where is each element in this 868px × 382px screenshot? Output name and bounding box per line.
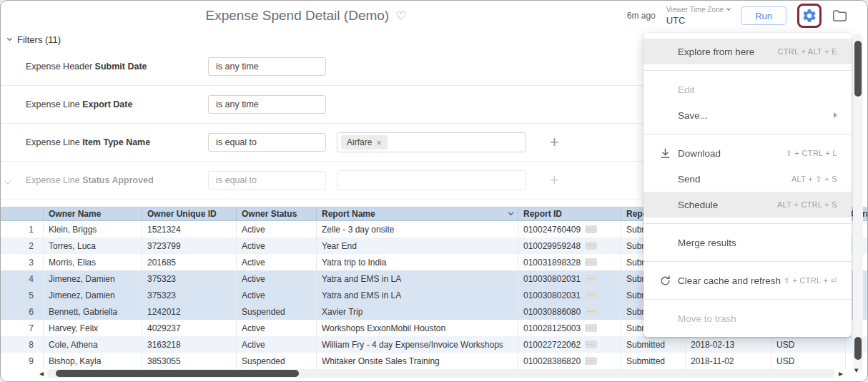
row-number: 9 xyxy=(1,353,44,369)
table-cell: Jimenez, Damien xyxy=(44,270,142,287)
cell-menu-pill[interactable]: ··· xyxy=(585,225,597,233)
filter-condition-select[interactable]: is any time xyxy=(208,57,326,76)
column-header-owner-status[interactable]: Owner Status xyxy=(237,207,317,220)
download-icon xyxy=(659,147,678,160)
folder-icon[interactable] xyxy=(832,9,847,22)
table-cell: 010030886080··· xyxy=(518,303,621,320)
menu-item-explore-from-here[interactable]: Explore from hereCTRL + ALT + E xyxy=(643,39,852,64)
cell-menu-pill[interactable]: ··· xyxy=(585,357,597,365)
filter-value-input[interactable] xyxy=(337,170,526,190)
table-cell: Active xyxy=(237,320,317,336)
menu-item-send[interactable]: SendALT + ⇧ + S xyxy=(643,166,852,192)
table-cell: Klein, Briggs xyxy=(44,221,142,237)
table-cell: 375323 xyxy=(142,287,237,303)
menu-item-download[interactable]: Download⇧ + CTRL + L xyxy=(643,140,852,166)
table-scroll-thumb[interactable] xyxy=(854,337,862,360)
table-cell: Active xyxy=(237,287,317,303)
menu-item-schedule[interactable]: ScheduleALT + CTRL + S xyxy=(643,192,852,217)
topbar: Expense Spend Detail (Demo) ♡ 6m ago Vie… xyxy=(1,1,867,31)
vertical-scrollbar[interactable]: ▾ xyxy=(853,34,863,373)
row-number: 3 xyxy=(1,254,44,270)
topbar-actions: 6m ago Viewer Time Zone UTC Run xyxy=(627,1,847,31)
cell-menu-pill[interactable]: ··· xyxy=(585,308,597,315)
table-cell: 3163218 xyxy=(142,336,237,353)
scroll-left-arrow-icon[interactable]: ◂ xyxy=(39,369,44,378)
table-row[interactable]: 8Cole, Athena3163218ActiveWilliam Fry - … xyxy=(1,336,868,353)
table-cell: Suspended xyxy=(237,303,317,320)
filter-value-input[interactable]: Airfare× xyxy=(337,132,526,152)
menu-item-label: Edit xyxy=(678,84,837,95)
table-cell: 010024760409··· xyxy=(518,221,621,237)
table-cell: Yatra trip to India xyxy=(317,254,518,270)
table-cell: 375323 xyxy=(142,270,237,287)
table-cell: Yatra and EMS in LA xyxy=(317,287,518,303)
row-number: 2 xyxy=(1,237,44,254)
table-cell: 3723799 xyxy=(142,237,237,254)
triangle-down-icon xyxy=(7,36,12,41)
table-cell: Xavier Trip xyxy=(317,303,518,320)
menu-item-label: Send xyxy=(678,174,791,185)
row-number: 1 xyxy=(1,221,44,237)
table-cell: Cole, Athena xyxy=(44,336,142,353)
page-title-text: Expense Spend Detail (Demo) xyxy=(206,8,390,24)
chevron-down-icon[interactable] xyxy=(6,173,10,186)
cell-menu-pill[interactable]: ··· xyxy=(585,258,597,266)
horizontal-scroll-track[interactable] xyxy=(47,369,835,378)
menu-item-label: Download xyxy=(678,148,786,159)
row-number: 7 xyxy=(1,320,44,336)
filter-condition-select[interactable]: is any time xyxy=(208,95,326,114)
timezone-selector[interactable]: Viewer Time Zone UTC xyxy=(666,6,730,26)
table-cell: 010028386820··· xyxy=(518,353,621,369)
row-number: 6 xyxy=(1,303,44,320)
column-header-report-id[interactable]: Report ID xyxy=(518,207,621,220)
add-filter-value-button[interactable]: + xyxy=(550,172,559,188)
cell-menu-pill[interactable]: ··· xyxy=(585,324,597,332)
filter-condition-select[interactable]: is equal to xyxy=(208,171,326,190)
table-cell: Morris, Elias xyxy=(44,254,142,270)
menu-divider xyxy=(643,299,852,300)
menu-divider xyxy=(643,134,852,134)
app-window: Expense Spend Detail (Demo) ♡ 6m ago Vie… xyxy=(0,0,868,382)
cell-menu-pill[interactable]: ··· xyxy=(585,291,597,299)
page-scroll-thumb[interactable] xyxy=(854,41,862,97)
column-header-report-name[interactable]: Report Name xyxy=(317,207,518,220)
filter-chip[interactable]: Airfare× xyxy=(341,135,388,150)
remove-chip-icon[interactable]: × xyxy=(376,138,382,147)
row-number: 8 xyxy=(1,336,44,353)
column-header-owner-name[interactable]: Owner Name xyxy=(44,207,142,220)
menu-item-shortcut: CTRL + ALT + E xyxy=(778,47,837,56)
menu-item-save[interactable]: Save... xyxy=(643,102,852,128)
menu-item-merge-results[interactable]: Merge results xyxy=(643,230,852,255)
horizontal-scrollbar[interactable]: ◂ ▸ xyxy=(39,368,843,378)
table-row[interactable]: 9Bishop, Kayla3853055SuspendedWhitaker O… xyxy=(1,353,868,369)
menu-item-move-to-trash: Move to trash xyxy=(643,305,852,331)
table-cell: 010028125003··· xyxy=(518,320,621,336)
table-cell: Active xyxy=(237,270,317,287)
gear-icon[interactable] xyxy=(802,8,817,24)
menu-item-label: Explore from here xyxy=(678,46,778,57)
column-header-owner-unique-id[interactable]: Owner Unique ID xyxy=(142,207,237,220)
table-cell: Active xyxy=(237,336,317,353)
table-cell: William Fry - 4 day Expense/Invoice Work… xyxy=(317,336,518,353)
run-button[interactable]: Run xyxy=(741,6,786,25)
table-cell: 201685 xyxy=(142,254,237,270)
table-cell: Bennett, Gabriella xyxy=(44,303,142,320)
favorite-heart-icon[interactable]: ♡ xyxy=(395,9,406,24)
cell-menu-pill[interactable]: ··· xyxy=(585,242,597,250)
filter-condition-select[interactable]: is equal to xyxy=(208,133,326,152)
add-filter-value-button[interactable]: + xyxy=(550,134,559,150)
timezone-value: UTC xyxy=(666,15,730,26)
table-cell: Torres, Luca xyxy=(44,237,142,254)
row-number: 5 xyxy=(1,287,44,303)
chevron-down-icon xyxy=(726,6,731,11)
scroll-down-arrow-icon[interactable]: ▾ xyxy=(854,366,859,374)
cell-menu-pill[interactable]: ··· xyxy=(585,341,597,348)
horizontal-scroll-thumb[interactable] xyxy=(56,370,299,377)
cell-menu-pill[interactable]: ··· xyxy=(585,275,597,283)
table-cell: Submitted xyxy=(621,336,686,353)
menu-item-clear-cache-and-refresh[interactable]: Clear cache and refresh⇧ + CTRL + ⏎ xyxy=(643,268,852,293)
filter-label: Expense Line Item Type Name xyxy=(26,137,150,147)
scroll-right-arrow-icon[interactable]: ▸ xyxy=(839,369,843,378)
table-cell: 2018-11-02 xyxy=(686,353,771,369)
menu-item-label: Merge results xyxy=(678,237,837,248)
